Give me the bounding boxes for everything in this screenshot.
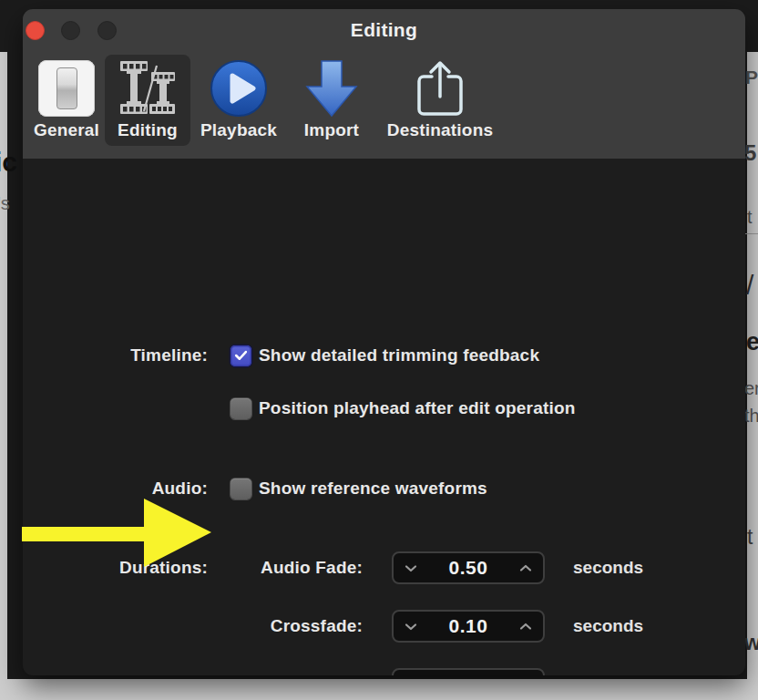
tab-label: Destinations: [387, 120, 493, 140]
background-text-fragment: t: [747, 527, 753, 548]
section-label-timeline: Timeline:: [23, 345, 208, 365]
down-arrow-icon: [302, 58, 361, 118]
tab-label: Import: [304, 120, 359, 140]
chevron-up-icon[interactable]: [519, 564, 532, 572]
background-text-fragment: ic: [0, 149, 17, 176]
background-text-fragment: 's: [0, 194, 10, 212]
annotation-arrow-shaft: [22, 527, 146, 541]
window-title: Editing: [23, 9, 745, 51]
checkbox-label: Position playhead after edit operation: [259, 398, 576, 418]
duration-row-still-image: Still Image: 2.00 seconds: [23, 668, 745, 675]
tab-playback[interactable]: Playback: [193, 55, 284, 146]
duration-label: Still Image:: [208, 674, 363, 675]
background-text-fragment: t: [747, 208, 753, 226]
chevron-up-icon[interactable]: [519, 623, 532, 631]
checkbox-label: Show detailed trimming feedback: [259, 345, 539, 365]
background-text-fragment: /: [746, 272, 753, 299]
background-text-fragment: w: [744, 633, 758, 654]
background-text-fragment: e: [746, 330, 758, 355]
duration-row-audio-fade: Durations: Audio Fade: 0.50 seconds: [23, 551, 745, 584]
checkbox-show-reference-waveforms[interactable]: [230, 479, 251, 499]
unit-label: seconds: [573, 674, 643, 675]
close-button[interactable]: [26, 21, 45, 40]
background-text-fragment: th: [744, 407, 758, 425]
minimize-button[interactable]: [61, 21, 80, 40]
background-text-fragment: er: [744, 379, 758, 397]
duration-row-crossfade: Crossfade: 0.10 seconds: [23, 610, 745, 643]
timeline-option-row: Position playhead after edit operation: [23, 397, 745, 419]
tab-editing[interactable]: Editing: [105, 55, 190, 146]
stepper-value: 0.10: [449, 615, 488, 637]
play-circle-icon: [210, 58, 268, 118]
tab-label: Editing: [118, 120, 178, 140]
tab-label: General: [34, 120, 99, 140]
background-text-fragment: 5:: [744, 142, 758, 164]
chevron-down-icon[interactable]: [405, 564, 417, 572]
checkmark-icon: [234, 350, 248, 361]
tab-import[interactable]: Import: [299, 55, 364, 146]
background-divider: [745, 233, 758, 234]
chevron-down-icon[interactable]: [405, 623, 417, 631]
audio-option-row: Audio: Show reference waveforms: [23, 478, 745, 499]
checkbox-label: Show reference waveforms: [259, 479, 487, 499]
tab-destinations[interactable]: Destinations: [375, 55, 505, 146]
share-icon: [411, 58, 469, 118]
zoom-button[interactable]: [97, 21, 117, 40]
duration-label: Crossfade:: [208, 616, 363, 636]
editing-preferences-content: Timeline: Show detailed trimming feedbac…: [23, 159, 745, 675]
tab-label: Playback: [200, 120, 277, 140]
tab-general[interactable]: General: [30, 55, 103, 146]
timeline-option-row: Timeline: Show detailed trimming feedbac…: [23, 345, 745, 366]
duration-label: Audio Fade:: [208, 558, 363, 578]
still-image-stepper[interactable]: 2.00: [392, 668, 545, 675]
audio-fade-stepper[interactable]: 0.50: [392, 551, 545, 584]
annotation-arrow-head: [144, 499, 211, 567]
unit-label: seconds: [573, 616, 643, 636]
stepper-value: 0.50: [449, 557, 488, 579]
toggle-switch-icon: [38, 58, 95, 118]
unit-label: seconds: [573, 558, 643, 578]
background-text-fragment: Pr: [745, 67, 758, 87]
titlebar: Editing: [23, 9, 745, 51]
stepper-value: 2.00: [449, 674, 488, 675]
section-label-audio: Audio:: [23, 479, 208, 499]
preferences-toolbar: General: [23, 51, 745, 159]
crossfade-stepper[interactable]: 0.10: [392, 610, 545, 643]
checkbox-position-playhead-after-edit[interactable]: [230, 398, 251, 419]
filmstrip-trim-icon: [118, 58, 177, 118]
preferences-window: Editing General: [23, 9, 745, 675]
checkbox-show-detailed-trimming-feedback[interactable]: [230, 345, 251, 366]
